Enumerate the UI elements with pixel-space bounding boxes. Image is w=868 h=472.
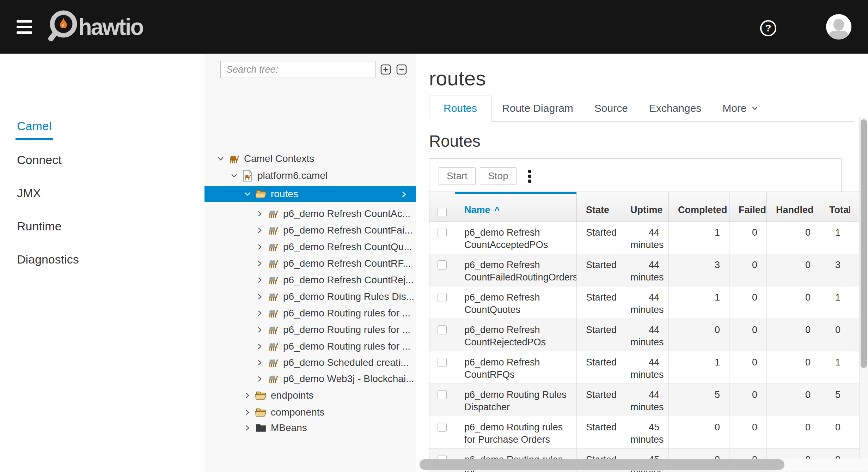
tree-node-route[interactable]: p6_demo Routing rules for ... [204,321,416,338]
route-camel-icon [267,241,280,253]
masthead: hawtio ? [0,0,868,54]
table-row[interactable]: p6_demo Routing Rules DispatcherStarted4… [429,384,860,416]
routes-table: Name^ State Uptime Completed Failed Hand… [429,192,860,472]
chevron-right-icon[interactable] [256,259,264,268]
column-header-failed[interactable]: Failed [729,192,767,221]
avatar-body-icon [829,31,849,40]
column-header-handled[interactable]: Handled [767,192,820,221]
row-checkbox[interactable] [438,390,447,399]
tree-node-platform6-camel[interactable]: platform6.camel [204,167,416,184]
stop-button[interactable]: Stop [480,167,516,185]
main-content: routes Routes Route Diagram Source Excha… [416,54,868,472]
row-checkbox[interactable] [438,260,447,270]
tree-node-route[interactable]: p6_demo Routing Rules Dis... [204,288,416,305]
route-camel-icon [267,208,280,220]
table-row[interactable]: p6_demo Refresh CountAcceptedPOsStarted4… [429,222,860,254]
column-header-uptime[interactable]: Uptime [621,192,669,221]
column-header-inflight[interactable]: Inflight [850,192,860,221]
chevron-right-icon[interactable] [256,210,264,218]
hamburger-menu-icon[interactable] [17,20,32,34]
tree-node-route[interactable]: p6_demo Routing rules for ... [204,305,416,321]
sort-indicator-bar [455,192,576,194]
tree-node-camel-contexts[interactable]: Camel Contexts [204,150,416,167]
chevron-down-icon[interactable] [230,171,238,180]
chevron-right-icon[interactable] [256,243,264,251]
vertical-scrollbar-thumb[interactable] [861,119,867,368]
nav-item-jmx[interactable]: JMX [17,186,41,200]
column-header-state[interactable]: State [577,192,621,221]
row-checkbox[interactable] [438,325,447,334]
table-header-row: Name^ State Uptime Completed Failed Hand… [429,192,860,222]
table-row[interactable]: p6_demo Refresh CountRejectedPOsStarted4… [429,319,860,351]
table-row[interactable]: p6_demo Refresh CountRFQsStarted44 minut… [429,351,860,384]
toolbar-divider [549,167,549,186]
tree-node-endpoints[interactable]: endpoints [204,387,416,404]
user-avatar[interactable] [826,14,851,40]
help-icon[interactable]: ? [760,20,776,36]
select-all-checkbox[interactable] [438,208,447,217]
route-camel-icon [267,357,280,369]
chevron-right-icon[interactable] [400,190,408,201]
tree-node-mbeans[interactable]: MBeans [204,419,416,436]
tree-node-route[interactable]: p6_demo Refresh CountRF... [204,255,416,272]
chevron-right-icon[interactable] [256,226,264,235]
tab-bar: Routes Route Diagram Source Exchanges Mo… [429,98,854,122]
folder-open-icon [255,188,267,200]
folder-open-icon [255,406,267,418]
tree-node-components[interactable]: components [204,404,416,420]
table-row[interactable]: p6_demo Routing rules for Purchase Order… [429,416,860,449]
tree-node-route[interactable]: p6_demo Refresh CountRej... [204,272,416,288]
start-button[interactable]: Start [439,167,476,185]
tree-node-route[interactable]: p6_demo Routing rules for ... [204,338,416,355]
column-header-name[interactable]: Name^ [455,192,577,221]
collapse-all-icon[interactable] [396,64,407,75]
chevron-right-icon[interactable] [256,358,264,367]
vertical-scrollbar[interactable] [859,117,868,472]
chevron-right-icon[interactable] [256,276,264,284]
avatar-head-icon [833,19,844,31]
tab-more[interactable]: More [712,102,769,121]
camel-icon [228,153,240,165]
tree-search-input[interactable] [220,61,375,78]
row-checkbox[interactable] [438,228,447,237]
chevron-right-icon[interactable] [243,391,252,400]
tab-exchanges[interactable]: Exchanges [638,102,712,121]
chevron-down-icon [751,104,759,112]
chevron-right-icon[interactable] [256,292,264,301]
tree-node-route[interactable]: p6_demo Web3j - Blockchai... [204,370,416,387]
nav-item-runtime[interactable]: Runtime [17,219,62,233]
chevron-right-icon[interactable] [256,309,264,317]
horizontal-scrollbar-thumb[interactable] [420,459,784,470]
tree-search-row [220,61,407,78]
row-checkbox[interactable] [438,358,447,367]
nav-item-camel[interactable]: Camel [16,119,53,140]
column-header-completed[interactable]: Completed [669,192,729,221]
tree-node-route[interactable]: p6_demo Refresh CountAc... [204,205,416,222]
nav-item-diagnostics[interactable]: Diagnostics [17,253,79,266]
tab-route-diagram[interactable]: Route Diagram [491,102,584,121]
chevron-down-icon[interactable] [243,190,252,198]
row-checkbox[interactable] [438,423,447,432]
column-header-total[interactable]: Total [820,192,850,221]
tab-routes[interactable]: Routes [429,96,491,122]
chevron-right-icon[interactable] [256,326,264,334]
tree-node-routes[interactable]: routes [204,186,416,202]
row-checkbox[interactable] [438,293,447,302]
chevron-right-icon[interactable] [243,424,252,432]
nav-item-connect[interactable]: Connect [17,153,62,167]
chevron-right-icon[interactable] [243,408,252,417]
tree-node-route[interactable]: p6_demo Refresh CountQu... [204,238,416,255]
chevron-right-icon[interactable] [256,342,264,351]
chevron-right-icon[interactable] [256,375,264,383]
horizontal-scrollbar[interactable] [418,459,868,471]
tree-node-route[interactable]: p6_demo Refresh CountFai... [204,222,416,238]
tree-node-route[interactable]: p6_demo Scheduled creati... [204,354,416,371]
hawtio-q-flame-icon [46,9,81,44]
table-row[interactable]: p6_demo Refresh CountFailedRoutingOrders… [429,254,860,286]
chevron-down-icon[interactable] [216,155,225,163]
expand-all-icon[interactable] [380,64,391,75]
kebab-menu-icon[interactable] [523,167,537,185]
primary-nav: Camel Connect JMX Runtime Diagnostics [0,54,204,472]
tab-source[interactable]: Source [584,102,638,121]
table-row[interactable]: p6_demo Refresh CountQuotesStarted44 min… [429,286,860,319]
